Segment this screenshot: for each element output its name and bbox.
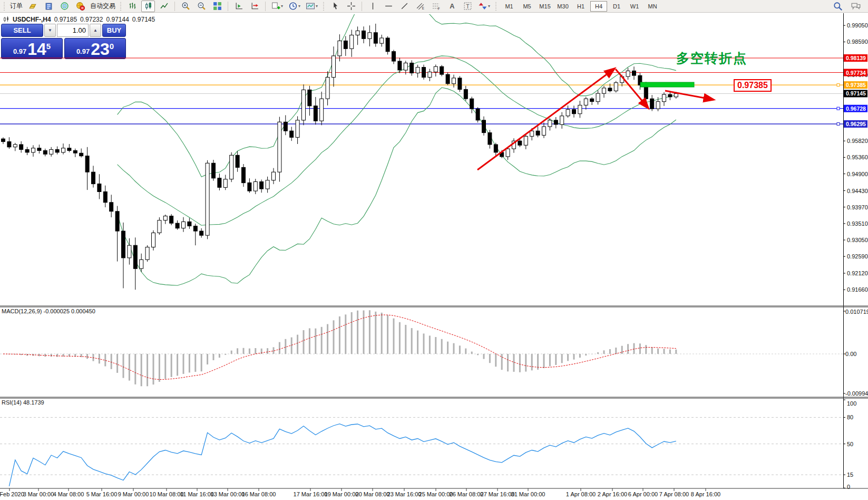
- price-badge-0.98139: 0.98139: [846, 55, 866, 61]
- macd-axis-zero: 0.00: [845, 351, 856, 357]
- trend-arrow-annotations[interactable]: [477, 69, 714, 170]
- tile-windows-icon[interactable]: [210, 1, 224, 12]
- cursor-icon[interactable]: [328, 1, 342, 12]
- price-tick-label: 0.91660: [847, 286, 868, 293]
- toolbar-drag-handle[interactable]: [120, 2, 122, 11]
- bollinger-lower-band: [118, 88, 676, 285]
- chevron-down-icon[interactable]: ▾: [281, 4, 283, 8]
- template-icon[interactable]: ▾: [304, 1, 319, 12]
- svg-text:T: T: [466, 3, 470, 9]
- time-axis-label: 13 Mar 00:00: [211, 491, 245, 497]
- line-chart-mode-icon[interactable]: [157, 1, 171, 12]
- bar-chart-mode-icon[interactable]: [125, 1, 139, 12]
- time-axis-label: 7 Apr 08:00: [659, 491, 689, 497]
- price-badge-0.97734: 0.97734: [846, 70, 866, 76]
- rsi-axis-label: 50: [847, 441, 853, 447]
- macd-label: MACD(12,26,9) -0.000025 0.000450: [2, 308, 95, 314]
- time-axis-label: 23 Mar 16:00: [387, 491, 422, 497]
- rsi-label: RSI(14) 48.1739: [2, 399, 44, 406]
- market-watch-icon[interactable]: [42, 1, 55, 12]
- timeframe-M5[interactable]: M5: [519, 1, 535, 12]
- timeframe-D1[interactable]: D1: [608, 1, 625, 12]
- auto-scroll-icon[interactable]: [248, 1, 261, 12]
- timeframe-M15[interactable]: M15: [537, 1, 553, 12]
- chevron-down-icon[interactable]: ▾: [316, 4, 318, 8]
- timeframe-group: M1M5M15M30H1H4D1W1MN: [501, 1, 661, 12]
- bollinger-upper-band: [118, 13, 676, 177]
- time-axis-label: 19 Mar 00:00: [325, 491, 359, 497]
- svg-text:A: A: [450, 2, 454, 10]
- rsi-axis-label: 80: [847, 414, 853, 420]
- autotrading-icon[interactable]: [73, 1, 87, 12]
- line-anchor[interactable]: [837, 123, 840, 126]
- text-tool-icon[interactable]: A: [445, 1, 459, 12]
- green-highlight-bar: [640, 82, 694, 87]
- zoom-out-icon[interactable]: [194, 1, 208, 12]
- timeframe-W1[interactable]: W1: [626, 1, 643, 12]
- time-axis-label: 5 Mar 16:00: [86, 491, 118, 497]
- chart-shift-icon[interactable]: [232, 1, 246, 12]
- chat-icon[interactable]: [849, 1, 863, 12]
- price-tick-label: 0.93970: [847, 204, 868, 210]
- line-anchor[interactable]: [837, 107, 840, 110]
- price-tick-label: 0.95360: [847, 154, 868, 160]
- turning-point-annotation: 多空转折点: [676, 50, 747, 67]
- periods-clock-icon[interactable]: ▾: [287, 1, 302, 12]
- crosshair-icon[interactable]: [344, 1, 358, 12]
- line-anchor[interactable]: [837, 84, 840, 86]
- channel-tool-icon[interactable]: E: [413, 1, 427, 12]
- chevron-down-icon[interactable]: ▾: [298, 4, 300, 8]
- zoom-in-icon[interactable]: [179, 1, 192, 12]
- time-axis-label: 20 Mar 08:00: [356, 491, 390, 497]
- toolbar-drag-handle[interactable]: [3, 2, 6, 11]
- toolbar-drag-handle[interactable]: [495, 2, 498, 11]
- trading-platform-window: 订单 自动交易 ▾: [0, 0, 868, 500]
- rsi-axis-label: 15: [847, 472, 853, 478]
- time-axis-label: 11 Mar 16:00: [180, 491, 214, 497]
- timeframe-MN[interactable]: MN: [644, 1, 661, 12]
- new-order-button[interactable]: 订单: [9, 2, 24, 11]
- horizontal-line-tool-icon[interactable]: [382, 1, 395, 12]
- bollinger-middle-band: [118, 56, 676, 225]
- timeframe-H4[interactable]: H4: [590, 1, 607, 12]
- time-axis-label: 3 Feb 2020: [0, 491, 24, 497]
- price-tick-label: 0.93510: [847, 220, 868, 227]
- time-axis-label: 27 Mar 16:00: [481, 491, 515, 497]
- fibonacci-tool-icon[interactable]: F: [429, 1, 443, 12]
- autotrading-label[interactable]: 自动交易: [89, 2, 116, 11]
- macd-axis-top: 0.010719: [845, 309, 868, 315]
- time-axis-label: 31 Mar 00:00: [511, 491, 545, 497]
- time-axis-label: 2 Apr 16:00: [598, 491, 627, 497]
- timeframe-M1[interactable]: M1: [501, 1, 518, 12]
- price-tick-label: 0.95820: [847, 138, 868, 144]
- candlestick-series[interactable]: [2, 24, 678, 290]
- search-icon[interactable]: [831, 1, 845, 12]
- main-toolbar: 订单 自动交易 ▾: [0, 0, 868, 13]
- time-axis-label: 26 Mar 08:00: [450, 491, 484, 497]
- signals-icon[interactable]: [57, 1, 71, 12]
- price-badge-0.97145: 0.97145: [846, 90, 866, 97]
- new-chart-icon[interactable]: ▾: [269, 1, 285, 12]
- macd-histogram[interactable]: [0, 310, 843, 386]
- time-axis-label: 3 Mar 00:00: [23, 491, 54, 497]
- candlestick-mode-icon[interactable]: [141, 1, 155, 12]
- arrows-tool-icon[interactable]: ▾: [476, 1, 492, 12]
- time-axis-label: 17 Mar 16:00: [294, 491, 328, 497]
- timeframe-M30[interactable]: M30: [554, 1, 571, 12]
- toolbar-drag-handle[interactable]: [323, 2, 325, 11]
- rsi-line[interactable]: [9, 424, 676, 486]
- price-badge-0.97385: 0.97385: [846, 82, 866, 88]
- time-axis-label: 25 Mar 00:00: [419, 491, 453, 497]
- vertical-line-tool-icon[interactable]: [366, 1, 379, 12]
- price-tick-label: 0.92590: [847, 253, 868, 259]
- svg-text:F: F: [437, 7, 440, 11]
- trendline-tool-icon[interactable]: [397, 1, 411, 12]
- timeframe-H1[interactable]: H1: [572, 1, 589, 12]
- chevron-down-icon[interactable]: ▾: [488, 4, 490, 8]
- text-label-tool-icon[interactable]: T: [461, 1, 474, 12]
- gold-ingot-icon[interactable]: [26, 1, 40, 12]
- price-badge-0.96295: 0.96295: [846, 121, 866, 127]
- rsi-axis-label: 100: [847, 400, 856, 407]
- macd-axis-bottom: -0.009944: [845, 390, 868, 397]
- time-axis-label: 1 Apr 08:00: [566, 491, 596, 497]
